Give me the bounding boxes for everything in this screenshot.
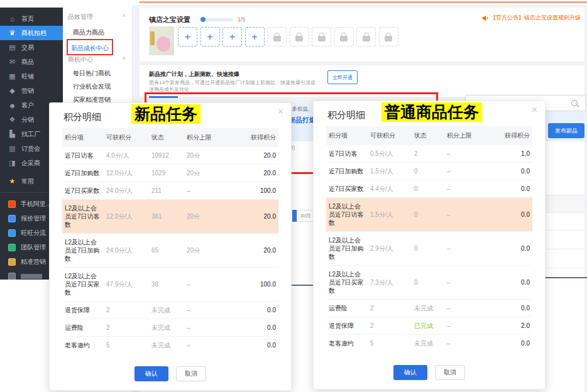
- col-header: 可获积分: [104, 128, 149, 147]
- cell-points-cap: 20分: [184, 147, 231, 165]
- partial-plugin-label: [21, 274, 42, 279]
- cell-points-got: 0.0: [488, 232, 532, 266]
- cell-points-got: 1.0: [488, 145, 532, 163]
- plugin-icon: [8, 200, 16, 208]
- sidebar-item-icon: ❖: [8, 116, 16, 124]
- cell-points-got: 100.0: [231, 182, 278, 200]
- cell-status: 未完成: [149, 319, 184, 337]
- menu-item-new-product-center[interactable]: 新品成长中心: [71, 45, 109, 52]
- points-table-row: L2及以上会员近7日加购数 24.0分/人 65 20分 20.0: [62, 234, 278, 268]
- plugin-label: 团队管理: [21, 243, 46, 252]
- sidebar-item-icon: ▙: [8, 130, 16, 138]
- cell-status: 2: [412, 145, 444, 163]
- plugin-icon: [8, 258, 16, 266]
- cell-point-item: 近7日访客: [62, 147, 104, 165]
- menu-group-quality[interactable]: 品效管理 ∧: [68, 13, 126, 21]
- points-table: 积分项 可获积分 状态 积分上限 获得积分 近7日访客 4.0分/人 10912…: [62, 128, 278, 354]
- official-announcement-link[interactable]: 【官方公告】镇店之宝设置规则升级: [482, 14, 581, 22]
- locked-slot: [356, 27, 376, 46]
- points-table-row: 老客邀约 5 未完成 – 0.0: [326, 335, 532, 352]
- cell-points-got: 0.0: [488, 180, 532, 198]
- progress-total: /5: [241, 16, 246, 23]
- treasure-progress: 1 /5: [200, 16, 246, 23]
- speaker-icon: [482, 15, 488, 21]
- points-table-row: 运费险 2 未完成 – 0.0: [62, 319, 278, 337]
- cell-status: 10912: [149, 147, 184, 165]
- col-header: 积分上限: [444, 126, 488, 145]
- confirm-button[interactable]: 确认: [393, 365, 427, 380]
- close-icon[interactable]: ×: [532, 104, 537, 116]
- activate-now-button[interactable]: 立即开通: [327, 70, 358, 84]
- yellow-annotation-normal-task: 普通商品任务: [381, 102, 482, 122]
- cancel-button[interactable]: 取消: [435, 365, 465, 380]
- cell-points-per: 24.0分/人: [104, 182, 149, 200]
- add-treasure-slot-button[interactable]: +: [245, 27, 265, 46]
- cell-points-per: 47.9分/人: [104, 268, 149, 302]
- plugin-label: 报价管理: [21, 214, 46, 223]
- points-table-row: 运费险 2 未完成 – 0.0: [326, 300, 532, 317]
- cell-points-cap: –: [184, 302, 231, 319]
- sidebar-item-label: 营销: [21, 87, 34, 95]
- locked-slot: [267, 27, 287, 46]
- close-icon[interactable]: ×: [278, 106, 283, 117]
- sidebar-item-icon: ▦: [8, 72, 16, 80]
- cell-points-got: 0.0: [231, 302, 278, 319]
- cell-points-got: 0.0: [488, 335, 532, 352]
- confirm-button[interactable]: 确认: [134, 366, 168, 381]
- sidebar-item[interactable]: ▤ 交易: [0, 40, 63, 55]
- sidebar-item[interactable]: ✉ 商品: [0, 55, 63, 69]
- sidebar-item[interactable]: ♛ 商机拍档: [0, 26, 63, 40]
- cell-status: 65: [149, 234, 184, 268]
- cancel-button[interactable]: 取消: [176, 366, 206, 381]
- add-treasure-slot-button[interactable]: +: [200, 27, 220, 46]
- lock-icon: [273, 36, 281, 41]
- cell-points-per: 5: [368, 335, 412, 352]
- locked-slot: [312, 27, 331, 46]
- menu-item-industry-opportunity[interactable]: 行业机会发现: [73, 82, 111, 91]
- add-treasure-slot-button[interactable]: +: [222, 27, 242, 46]
- cell-points-cap: –: [444, 317, 488, 335]
- cell-points-got: 20.0: [231, 200, 278, 234]
- product-thumbnail[interactable]: [149, 26, 174, 55]
- cell-status: 0: [412, 266, 444, 300]
- cell-points-cap: –: [444, 145, 488, 163]
- sidebar-item[interactable]: ⌂ 首页: [0, 11, 63, 26]
- add-treasure-slot-button[interactable]: +: [178, 27, 197, 46]
- cell-points-per: 4.0分/人: [104, 147, 149, 165]
- sidebar-item-icon: ◆: [8, 87, 16, 95]
- cell-status: 211: [149, 182, 184, 200]
- cell-point-item: L2及以上会员近7日访客数: [326, 198, 368, 232]
- menu-group-opportunity[interactable]: 商机中心 ∧: [68, 55, 126, 64]
- cell-points-got: 0.0: [231, 337, 278, 354]
- sidebar-item-label: 商品: [21, 58, 34, 67]
- publish-new-product-button[interactable]: 发布新品: [548, 123, 584, 138]
- cell-point-item: 近7日访客: [326, 145, 368, 163]
- menu-item-daily-hot[interactable]: 每日热门商机: [73, 69, 111, 78]
- range-30d-button[interactable]: 30日: [297, 210, 314, 222]
- sidebar-item-label: 找工厂: [21, 130, 40, 139]
- modal-title: 积分明细: [63, 111, 101, 123]
- cell-points-got: 20.0: [231, 234, 278, 268]
- lock-icon: [363, 36, 370, 41]
- cell-points-got: 100.0: [231, 268, 278, 302]
- cell-point-item: 近7日买家数: [62, 182, 104, 200]
- collapse-icon: ∧: [122, 13, 126, 21]
- menu-item-product-power[interactable]: 商品力商品: [73, 28, 104, 37]
- cell-point-item: 老客邀约: [62, 337, 104, 354]
- top-accent-line: [140, 1, 587, 3]
- cell-points-per: 4.4分/人: [368, 180, 412, 198]
- modal-footer: 确认 取消: [314, 365, 545, 380]
- promo-title: 新品推广计划，上新测款、快速推爆: [149, 70, 239, 79]
- cell-points-per: 2: [104, 319, 149, 337]
- sidebar-item[interactable]: ◆ 营销: [0, 84, 63, 98]
- collapse-icon: ∧: [122, 55, 126, 64]
- sidebar-item-icon: ♛: [8, 29, 16, 37]
- sidebar-item[interactable]: ▦ 旺铺: [0, 69, 63, 84]
- cell-point-item: L2及以上会员近7日访客数: [62, 200, 104, 234]
- cell-points-got: 0.0: [231, 319, 278, 337]
- cell-status: 0: [412, 180, 444, 198]
- cell-points-got: 20.0: [231, 165, 278, 182]
- col-header: 状态: [412, 126, 444, 145]
- search-icon: [571, 100, 578, 106]
- progress-dot: [200, 17, 206, 22]
